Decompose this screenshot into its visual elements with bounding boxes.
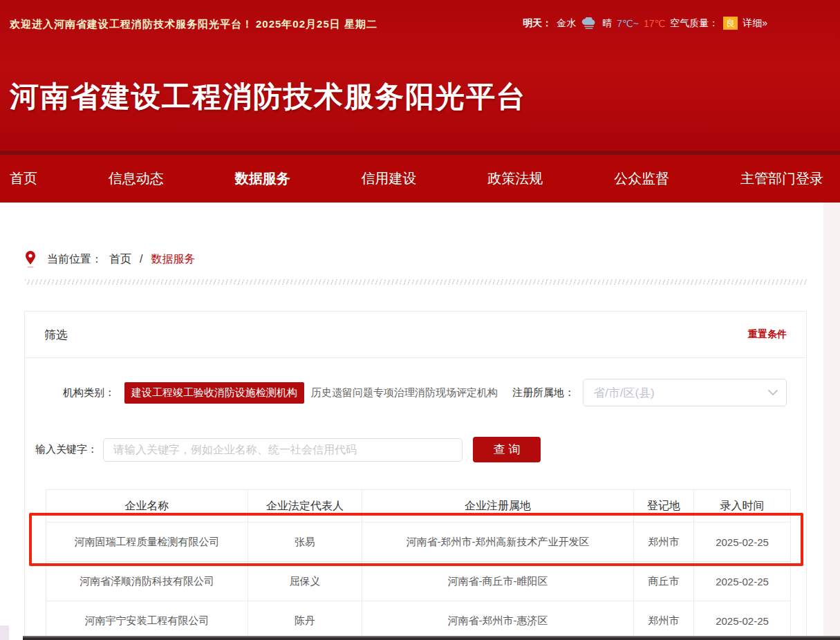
table-header-row: 企业名称企业法定代表人企业注册属地登记地录入时间 (46, 490, 791, 523)
nav-item-0[interactable]: 首页 (10, 169, 37, 188)
column-header: 企业名称 (46, 490, 248, 523)
keyword-input[interactable] (103, 438, 463, 462)
filter-row-category: 机构类别： 建设工程竣工验收消防设施检测机构 历史遗留问题专项治理消防现场评定机… (44, 379, 787, 406)
column-header: 企业注册属地 (362, 490, 634, 523)
table-cell: 2025-02-25 (694, 523, 791, 562)
category-option-alt[interactable]: 历史遗留问题专项治理消防现场评定机构 (311, 386, 498, 399)
table-cell: 河南省泽顺消防科技有限公司 (46, 562, 248, 601)
table-cell: 2025-02-25 (694, 562, 791, 601)
nav-item-6[interactable]: 主管部门登录 (740, 169, 823, 188)
topbar: 欢迎进入河南省建设工程消防技术服务阳光平台！ 2025年02月25日 星期二 明… (0, 0, 840, 43)
region-group: 注册所属地： 省/市/区(县) (512, 379, 787, 406)
table-cell: 商丘市 (634, 562, 694, 601)
region-label: 注册所属地： (512, 386, 575, 399)
weather-tomorrow-label: 明天： (523, 17, 552, 30)
chevron-down-icon (768, 390, 778, 396)
nav-item-1[interactable]: 信息动态 (109, 169, 164, 188)
table-row[interactable]: 河南省泽顺消防科技有限公司屈保义河南省-商丘市-睢阳区商丘市2025-02-25 (46, 562, 791, 601)
weather-temp-high: 17℃ (644, 18, 665, 29)
welcome-text: 欢迎进入河南省建设工程消防技术服务阳光平台！ (10, 18, 253, 31)
cloud-icon (581, 17, 597, 30)
results-table: 企业名称企业法定代表人企业注册属地登记地录入时间 河南固瑞工程质量检测有限公司张… (46, 489, 791, 640)
table-row[interactable]: 河南宇宁安装工程有限公司陈丹河南省-郑州市-惠济区郑州市2025-02-25 (46, 601, 791, 640)
breadcrumb: 当前位置： 首页 / 数据服务 (25, 250, 195, 268)
main-nav: 首页信息动态数据服务信用建设政策法规公众监督主管部门登录 (0, 151, 840, 203)
weather-condition: 晴 (602, 17, 612, 30)
filter-panel-header: 筛选 重置条件 (25, 312, 806, 358)
filter-title: 筛选 (44, 327, 68, 343)
right-strip (823, 203, 840, 640)
date-text: 2025年02月25日 星期二 (256, 18, 377, 31)
corner-sliver (0, 625, 9, 640)
table-cell: 郑州市 (634, 601, 694, 640)
breadcrumb-current[interactable]: 数据服务 (151, 252, 195, 267)
region-select-placeholder: 省/市/区(县) (593, 385, 655, 401)
weather-city: 金水 (557, 17, 576, 30)
category-label: 机构类别： (63, 386, 115, 399)
column-header: 录入时间 (694, 490, 791, 523)
weather-detail-link[interactable]: 详细» (743, 17, 767, 30)
search-button[interactable]: 查 询 (473, 437, 541, 462)
table-cell: 郑州市 (634, 523, 694, 562)
nav-item-2[interactable]: 数据服务 (235, 169, 290, 188)
footer-bar (23, 636, 840, 640)
weather-widget: 明天： 金水 晴 7℃~ 17℃ 空气质量： 良 详细» (523, 17, 767, 30)
nav-item-3[interactable]: 信用建设 (361, 169, 416, 188)
column-header: 企业法定代表人 (248, 490, 362, 523)
weather-temp-low: 7℃~ (617, 18, 639, 29)
masthead: 欢迎进入河南省建设工程消防技术服务阳光平台！ 2025年02月25日 星期二 明… (0, 0, 840, 151)
air-quality-label: 空气质量： (670, 17, 718, 30)
table-cell: 河南省-商丘市-睢阳区 (362, 562, 634, 601)
table-cell: 2025-02-25 (694, 601, 791, 640)
table-cell: 河南固瑞工程质量检测有限公司 (46, 523, 248, 562)
table-cell: 河南省-郑州市-郑州高新技术产业开发区 (362, 523, 634, 562)
table-cell: 屈保义 (248, 562, 362, 601)
filter-row-keyword: 输入关键字： 查 询 (35, 437, 787, 462)
breadcrumb-separator: / (140, 253, 142, 265)
air-quality-badge: 良 (723, 17, 738, 30)
nav-item-5[interactable]: 公众监督 (614, 169, 669, 188)
filter-panel: 筛选 重置条件 机构类别： 建设工程竣工验收消防设施检测机构 历史遗留问题专项治… (24, 311, 807, 640)
reset-filters-link[interactable]: 重置条件 (748, 328, 787, 341)
nav-item-4[interactable]: 政策法规 (487, 169, 543, 188)
table-cell: 张易 (248, 523, 362, 562)
keyword-label: 输入关键字： (35, 443, 97, 456)
location-pin-icon (25, 250, 36, 268)
breadcrumb-home[interactable]: 首页 (109, 252, 131, 267)
category-option-selected[interactable]: 建设工程竣工验收消防设施检测机构 (124, 382, 304, 404)
site-title: 河南省建设工程消防技术服务阳光平台 (10, 77, 527, 116)
table-cell: 河南宇宁安装工程有限公司 (46, 601, 248, 640)
page: 欢迎进入河南省建设工程消防技术服务阳光平台！ 2025年02月25日 星期二 明… (0, 0, 840, 640)
column-header: 登记地 (634, 490, 694, 523)
table-cell: 陈丹 (248, 601, 362, 640)
table-cell: 河南省-郑州市-惠济区 (362, 601, 634, 640)
stripe-divider (25, 279, 808, 285)
region-select[interactable]: 省/市/区(县) (583, 379, 787, 406)
table-row[interactable]: 河南固瑞工程质量检测有限公司张易河南省-郑州市-郑州高新技术产业开发区郑州市20… (46, 523, 791, 562)
breadcrumb-label: 当前位置： (47, 252, 102, 267)
